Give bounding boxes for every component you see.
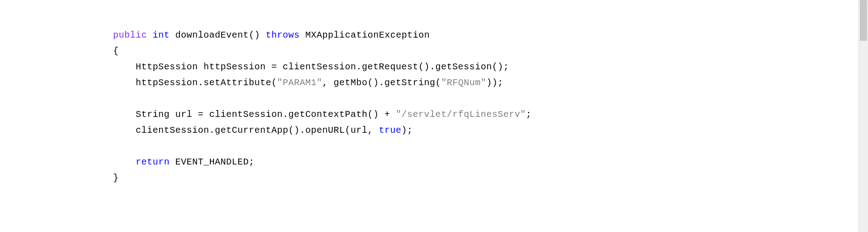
code-line: httpSession.setAttribute("PARAM1", getMb…	[113, 77, 503, 88]
whitespace-marker	[113, 93, 136, 104]
keyword-return: return	[113, 157, 170, 167]
keyword-public: public	[113, 30, 147, 40]
vertical-scrollbar[interactable]	[859, 0, 868, 213]
code-editor[interactable]: public int downloadEvent() throws MXAppl…	[0, 0, 868, 213]
scrollbar-thumb[interactable]	[860, 0, 867, 41]
keyword-throws: throws	[266, 30, 300, 40]
string-literal: "RFQNum"	[441, 77, 486, 88]
code-line: public int downloadEvent() throws MXAppl…	[113, 30, 430, 40]
string-literal: "PARAM1"	[277, 77, 323, 88]
code-line	[113, 93, 136, 104]
string-literal: "/servlet/rfqLinesServ"	[396, 109, 526, 120]
code-line: clientSession.getCurrentApp().openURL(ur…	[113, 125, 413, 135]
code-line: return EVENT_HANDLED;	[113, 157, 255, 167]
method-name: downloadEvent()	[170, 30, 266, 40]
code-line: {	[113, 46, 119, 56]
keyword-true: true	[379, 125, 402, 135]
exception-type: MXApplicationException	[300, 30, 430, 40]
code-line: HttpSession httpSession = clientSession.…	[113, 62, 509, 72]
code-line: String url = clientSession.getContextPat…	[113, 109, 531, 120]
keyword-int: int	[153, 30, 170, 40]
code-line: }	[113, 173, 119, 183]
